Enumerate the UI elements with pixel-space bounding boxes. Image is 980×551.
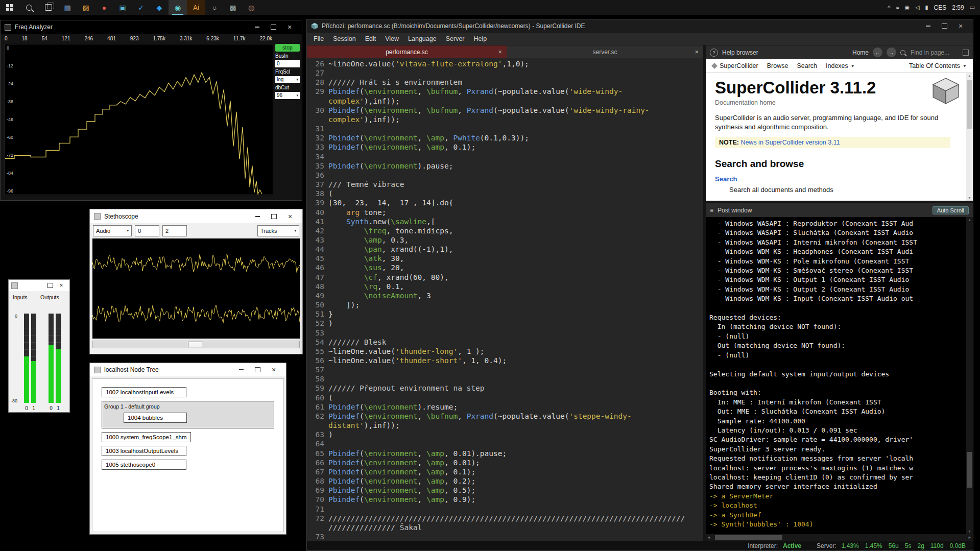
levels-titlebar[interactable]: ×: [9, 280, 69, 291]
scope-style-select[interactable]: Tracks ▾: [257, 225, 299, 236]
post-window-content[interactable]: - Windows WASAPI : Reproduktor (Conexant…: [706, 217, 973, 534]
tab-server.sc[interactable]: server.sc×: [507, 45, 703, 58]
find-icon[interactable]: [900, 50, 905, 55]
detach-panel-icon[interactable]: [963, 50, 969, 56]
scope-channels-input[interactable]: 2: [162, 225, 187, 236]
close-button[interactable]: ×: [56, 280, 67, 291]
code-line[interactable]: 54/////// Blesk: [307, 338, 703, 347]
ide-titlebar[interactable]: Příchozí: performance.sc (B:/moichim/Doc…: [307, 19, 973, 33]
code-line[interactable]: 67Pbindef(\environment, \amp, 0.1);: [307, 467, 703, 476]
dbcut-select[interactable]: 96▾: [275, 92, 300, 99]
tab-close-icon[interactable]: ×: [498, 48, 502, 56]
taskbar-app-vscode[interactable]: ◆: [150, 0, 169, 15]
interpreter-status[interactable]: Active: [783, 542, 801, 549]
node-input-levels[interactable]: 1002 localhostInputLevels: [102, 387, 186, 397]
taskbar-app-media2-app[interactable]: ◍: [242, 0, 260, 15]
code-line[interactable]: 40 arg tone;: [307, 208, 703, 217]
code-line[interactable]: 35Pbindef(\environment).pause;: [307, 161, 703, 171]
code-line[interactable]: 36: [307, 171, 703, 180]
tab-performance.sc[interactable]: performance.sc×: [307, 45, 507, 58]
node-output-levels[interactable]: 1003 localhostOutputLevels: [102, 446, 186, 456]
busin-input[interactable]: 0: [275, 60, 300, 67]
code-line[interactable]: 61Pbindef(\environment).resume;: [307, 402, 703, 412]
find-in-page-input[interactable]: [910, 49, 959, 57]
mic-icon[interactable]: ◉: [904, 4, 910, 11]
code-line[interactable]: 29Pbindef(\environment, \bufnum, Pxrand(…: [307, 87, 703, 105]
back-button[interactable]: ←: [873, 47, 882, 57]
code-line[interactable]: 60(: [307, 393, 703, 402]
taskbar-app-photos-app[interactable]: ▣: [113, 0, 132, 15]
note-link[interactable]: News in SuperCollider version 3.11: [740, 139, 840, 146]
chevron-up-icon[interactable]: ^: [888, 5, 890, 11]
menu-server[interactable]: Server: [441, 35, 469, 42]
code-line[interactable]: 38(: [307, 189, 703, 198]
taskbar-app-file-explorer[interactable]: ▨: [77, 0, 95, 15]
scroll-right-icon[interactable]: ▸: [968, 535, 971, 540]
scroll-down-icon[interactable]: ▼: [966, 530, 973, 533]
code-line[interactable]: 30Pbindef(\environment, \bufnum, Pxrand(…: [307, 106, 703, 124]
code-line[interactable]: 57: [307, 365, 703, 374]
taskbar-app-illustrator[interactable]: Ai: [187, 0, 205, 15]
close-button[interactable]: ×: [952, 19, 969, 33]
code-line[interactable]: 70Pbindef(\environment, \amp, 0.9);: [307, 495, 703, 504]
code-line[interactable]: 39[30, 23, 14, 17 , 14].do{: [307, 198, 703, 207]
code-line[interactable]: 50 ]);: [307, 300, 703, 309]
code-line[interactable]: 41 Synth.new(\sawline,[: [307, 217, 703, 226]
code-line[interactable]: 27: [307, 68, 703, 78]
code-line[interactable]: 73: [307, 532, 703, 541]
code-line[interactable]: 49 \noiseAmount, 3: [307, 291, 703, 300]
search-link[interactable]: Search: [715, 175, 964, 183]
minimize-button[interactable]: [249, 20, 265, 34]
help-tab-browse[interactable]: Browse: [767, 62, 788, 69]
menu-edit[interactable]: Edit: [361, 35, 381, 42]
code-line[interactable]: 46 \sus, 20,: [307, 263, 703, 272]
scrollbar-thumb[interactable]: [715, 535, 782, 540]
frqscl-select[interactable]: log▾: [275, 76, 300, 83]
menu-language[interactable]: Language: [403, 35, 441, 42]
code-line[interactable]: 72//////////////////////////////////////…: [307, 514, 703, 532]
clock[interactable]: 2:59: [952, 4, 964, 11]
code-line[interactable]: 47 \cf, xrand(60, 80),: [307, 273, 703, 282]
taskbar-app-todo-app[interactable]: ✓: [132, 0, 150, 15]
code-line[interactable]: 42 \freq, tone.midicps,: [307, 226, 703, 235]
search-button[interactable]: [19, 0, 39, 15]
menu-file[interactable]: File: [309, 35, 328, 42]
code-line[interactable]: 33Pbindef(\environment, \amp, 0.1);: [307, 142, 703, 152]
code-line[interactable]: 56~lineOne.value('thunder-short', 1, 0.4…: [307, 356, 703, 365]
scrollbar-thumb[interactable]: [188, 342, 202, 347]
code-line[interactable]: 28////// Hrát si s environmentem: [307, 78, 703, 87]
code-line[interactable]: 31: [307, 124, 703, 133]
code-line[interactable]: 64: [307, 439, 703, 448]
close-button[interactable]: ×: [281, 20, 298, 34]
table-of-contents-button[interactable]: Table Of Contents▼: [909, 62, 967, 69]
taskbar-app-record-app[interactable]: ●: [95, 0, 113, 15]
home-button[interactable]: Home: [852, 49, 869, 56]
scope-scrollbar[interactable]: [92, 341, 300, 348]
code-line[interactable]: 37/// Temné vibrace: [307, 180, 703, 189]
close-button[interactable]: ×: [266, 363, 282, 376]
stop-button[interactable]: stop: [275, 44, 300, 52]
start-button[interactable]: [0, 0, 19, 15]
code-area[interactable]: 26~lineOne.value('vltava-flute-extralong…: [307, 58, 703, 541]
auto-scroll-toggle[interactable]: Auto Scroll: [933, 206, 969, 214]
code-line[interactable]: 59////// Přepnout environment na step: [307, 384, 703, 393]
code-line[interactable]: 26~lineOne.value('vltava-flute-extralong…: [307, 59, 703, 68]
code-line[interactable]: 45 \atk, 30,: [307, 254, 703, 263]
node-group-default[interactable]: Group 1 - default group 1004 bubbles: [102, 401, 274, 428]
code-line[interactable]: 62Pbindef(\environment, \bufnum, Pxrand(…: [307, 412, 703, 430]
task-view-button[interactable]: [39, 0, 58, 15]
taskbar-app-supercollider[interactable]: ◉: [169, 0, 187, 15]
minimize-button[interactable]: [920, 19, 936, 33]
node-tree-titlebar[interactable]: localhost Node Tree ×: [90, 363, 286, 376]
help-tab-search[interactable]: Search: [797, 62, 817, 69]
node-freqscope[interactable]: 1000 system_freqScope1_shm: [102, 432, 191, 442]
help-tab-indexes[interactable]: Indexes▼: [826, 62, 855, 69]
taskbar-app-grid-app[interactable]: ▩: [224, 0, 242, 15]
code-line[interactable]: 66Pbindef(\environment, \amp, 0.01);: [307, 458, 703, 467]
maximize-button[interactable]: [266, 209, 282, 223]
post-horizontal-scrollbar[interactable]: ◂ ▸: [706, 534, 973, 541]
code-line[interactable]: 69Pbindef(\environment, \amp, 0.5);: [307, 486, 703, 495]
notification-icon[interactable]: ▭: [970, 4, 975, 11]
menu-session[interactable]: Session: [328, 35, 360, 42]
code-line[interactable]: 53: [307, 328, 703, 338]
